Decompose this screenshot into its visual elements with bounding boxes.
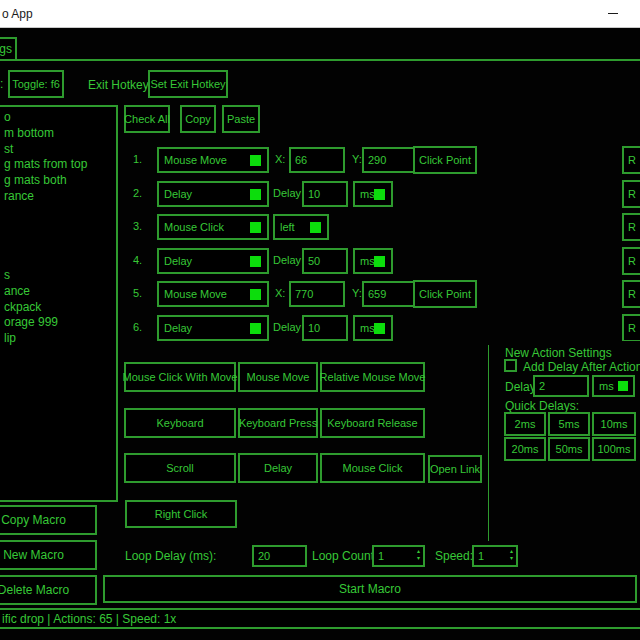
status-bar: ific drop | Actions: 65 | Speed: 1x	[0, 608, 640, 629]
spinner-up-icon[interactable]: ▴	[510, 548, 513, 555]
quick-delays-label: Quick Delays:	[505, 399, 579, 413]
copy-macro-button[interactable]: Copy Macro	[0, 505, 97, 535]
set-exit-hotkey-button[interactable]: Set Exit Hotkey	[148, 70, 228, 98]
macro-list-item[interactable]	[0, 236, 116, 252]
remove-button[interactable]: R	[622, 213, 640, 241]
macro-list-item[interactable]: o	[0, 110, 116, 126]
add-delay-button[interactable]: Delay	[238, 453, 318, 483]
delete-macro-button[interactable]: Delete Macro	[0, 575, 97, 605]
dropdown-indicator-icon	[374, 189, 385, 200]
macro-list-item[interactable]: lip	[0, 331, 116, 347]
unit-dropdown[interactable]: ms	[353, 248, 393, 274]
quick-delay-2ms-button[interactable]: 2ms	[504, 412, 546, 436]
action-type-dropdown[interactable]: Mouse Move	[157, 281, 269, 307]
action-index: 2.	[133, 187, 142, 199]
quick-delay-5ms-button[interactable]: 5ms	[548, 412, 590, 436]
speed-spinner[interactable]: 1 ▴▾	[472, 545, 518, 567]
macro-list-item[interactable]	[0, 205, 116, 221]
macro-list-item[interactable]: ance	[0, 284, 116, 300]
action-type-dropdown[interactable]: Delay	[157, 315, 269, 341]
quick-delay-10ms-button[interactable]: 10ms	[592, 412, 636, 436]
add-mouse-click-button[interactable]: Mouse Click	[320, 453, 425, 483]
mouse-button-dropdown[interactable]: left	[273, 214, 329, 240]
loop-count-spinner[interactable]: 1 ▴▾	[372, 545, 425, 567]
add-delay-after-action-checkbox[interactable]	[504, 359, 517, 372]
click-point-button[interactable]: Click Point	[413, 280, 477, 308]
add-open-link-button[interactable]: Open Link	[428, 455, 482, 483]
action-row: 5. Mouse Move X: Y: Click Point R	[120, 279, 640, 309]
macro-list-item[interactable]: g mats both	[0, 173, 116, 189]
add-mouse-move-button[interactable]: Mouse Move	[238, 362, 318, 392]
dropdown-indicator-icon	[374, 256, 385, 267]
action-type-dropdown[interactable]: Mouse Move	[157, 147, 269, 173]
paste-button[interactable]: Paste	[222, 105, 260, 133]
unit-dropdown[interactable]: ms	[353, 315, 393, 341]
action-type-dropdown[interactable]: Delay	[157, 181, 269, 207]
window-titlebar: o App	[0, 0, 640, 28]
minimize-button[interactable]	[590, 0, 636, 27]
add-keyboard-button[interactable]: Keyboard	[124, 408, 236, 438]
macro-list-item[interactable]: g mats from top	[0, 157, 116, 173]
dropdown-indicator-icon	[374, 323, 385, 334]
copy-button[interactable]: Copy	[180, 105, 216, 133]
speed-label: Speed:	[435, 549, 473, 563]
new-macro-button[interactable]: New Macro	[0, 540, 97, 570]
remove-button[interactable]: R	[622, 247, 640, 275]
check-all-button[interactable]: Check All	[124, 105, 170, 133]
macro-list-item[interactable]: orage 999	[0, 315, 116, 331]
spinner-up-icon[interactable]: ▴	[417, 548, 420, 555]
loop-delay-input[interactable]	[252, 545, 307, 567]
remove-button[interactable]: R	[622, 280, 640, 308]
x-input[interactable]	[289, 147, 345, 173]
add-keyboard-press-button[interactable]: Keyboard Press	[238, 408, 318, 438]
delay-label: Delay	[273, 321, 301, 333]
action-index: 5.	[133, 287, 142, 299]
window-title: o App	[2, 7, 33, 21]
quick-delay-50ms-button[interactable]: 50ms	[548, 437, 590, 461]
toggle-hotkey-button[interactable]: Toggle: f6	[8, 70, 64, 98]
dropdown-indicator-icon	[310, 222, 321, 233]
add-mouse-click-with-move-button[interactable]: Mouse Click With Move	[124, 362, 236, 392]
loop-count-label: Loop Count:	[312, 549, 377, 563]
dropdown-indicator-icon	[250, 189, 261, 200]
action-index: 1.	[133, 153, 142, 165]
y-input[interactable]	[362, 281, 418, 307]
new-action-settings-title: New Action Settings	[505, 346, 612, 360]
click-point-button[interactable]: Click Point	[413, 146, 477, 174]
macro-list-item[interactable]	[0, 221, 116, 237]
remove-button[interactable]: R	[622, 314, 640, 341]
macro-list-item[interactable]: st	[0, 142, 116, 158]
minimize-icon	[608, 13, 618, 15]
macro-list-item[interactable]	[0, 252, 116, 268]
delay-input[interactable]	[302, 248, 348, 274]
macro-list-item[interactable]: ckpack	[0, 300, 116, 316]
macro-list-item[interactable]: m bottom	[0, 126, 116, 142]
quick-delay-20ms-button[interactable]: 20ms	[504, 437, 546, 461]
add-relative-mouse-move-button[interactable]: Relative Mouse Move	[320, 362, 425, 392]
add-keyboard-release-button[interactable]: Keyboard Release	[320, 408, 425, 438]
remove-button[interactable]: R	[622, 146, 640, 174]
spinner-down-icon[interactable]: ▾	[510, 555, 513, 562]
macro-list-item[interactable]: rance	[0, 189, 116, 205]
add-scroll-button[interactable]: Scroll	[124, 453, 236, 483]
delay-input[interactable]	[302, 315, 348, 341]
start-macro-button[interactable]: Start Macro	[103, 575, 637, 603]
new-action-unit-dropdown[interactable]: ms	[592, 375, 635, 397]
action-type-dropdown[interactable]: Mouse Click	[157, 214, 269, 240]
unit-dropdown[interactable]: ms	[353, 181, 393, 207]
add-right-click-button[interactable]: Right Click	[125, 500, 237, 528]
action-row: 6. Delay Delay ms R	[120, 313, 640, 341]
y-input[interactable]	[362, 147, 418, 173]
delay-input[interactable]	[302, 181, 348, 207]
macro-list-item[interactable]: s	[0, 268, 116, 284]
dropdown-indicator-icon	[250, 289, 261, 300]
action-type-dropdown[interactable]: Delay	[157, 248, 269, 274]
remove-button[interactable]: R	[622, 180, 640, 208]
action-row: 4. Delay Delay ms R	[120, 246, 640, 276]
x-input[interactable]	[289, 281, 345, 307]
quick-delay-100ms-button[interactable]: 100ms	[592, 437, 636, 461]
macro-list[interactable]: o m bottom st g mats from top g mats bot…	[0, 105, 118, 502]
new-action-delay-input[interactable]	[533, 375, 589, 397]
tab-settings[interactable]: gs	[0, 37, 17, 59]
spinner-down-icon[interactable]: ▾	[417, 555, 420, 562]
